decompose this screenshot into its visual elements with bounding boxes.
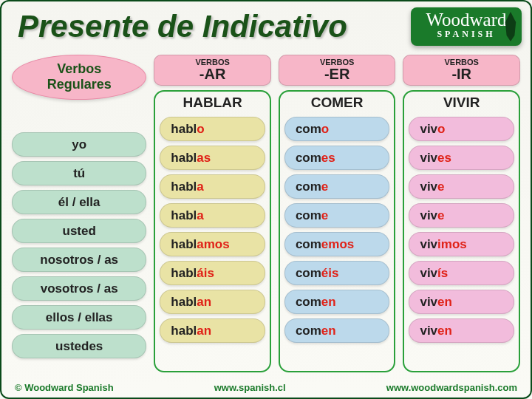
conjugation-cell: habláis [160, 261, 265, 285]
footer-url-2: www.woodwardspanish.com [386, 382, 517, 393]
conjugation-cell: habla [160, 203, 265, 228]
verb-box-ir: VIVIRvivovivesvivevivevivimosvivísvivenv… [403, 90, 520, 372]
conjugation-cell: hablamos [160, 232, 265, 256]
conjugation-cell: hablas [160, 146, 265, 170]
conjugation-cell: vivís [409, 261, 514, 285]
copyright-text: © Woodward Spanish [15, 382, 114, 393]
conjugation-cell: vivimos [409, 232, 514, 256]
verb-column-ar: VERBOS-ARHABLARhablohablashablahablahabl… [154, 55, 271, 372]
conjugation-cell: vive [409, 203, 514, 228]
verb-box-er: COMERcomocomescomecomecomemoscoméiscomen… [279, 90, 396, 372]
verb-type-header-ar: VERBOS-AR [154, 55, 271, 86]
conjugation-cell: hablo [160, 117, 265, 141]
logo-main-text: Woodward [411, 10, 522, 29]
verb-column-er: VERBOS-ERCOMERcomocomescomecomecomemosco… [279, 55, 396, 372]
conjugation-cell: vivo [409, 117, 514, 141]
badge-line2: Regulares [47, 77, 112, 92]
pronoun-pill: yo [12, 132, 146, 157]
regular-verbs-badge: Verbos Regulares [12, 55, 146, 100]
pronoun-list: yotúél / ellaustednosotros / asvosotros … [12, 132, 146, 372]
footer-url-1: www.spanish.cl [214, 382, 286, 393]
verb-box-ar: HABLARhablohablashablahablahablamoshablá… [154, 90, 271, 372]
logo-sub-text: SPANISH [411, 29, 522, 40]
conjugation-cell: vive [409, 174, 514, 199]
conjugation-cell: como [284, 117, 390, 141]
pronoun-column: Verbos Regulares yotúél / ellaustednosot… [12, 55, 146, 372]
pronoun-pill: vosotros / as [12, 276, 146, 301]
pronoun-pill: él / ella [12, 190, 146, 214]
conjugation-cell: comes [284, 146, 390, 170]
infinitive-ir: VIVIR [409, 95, 514, 111]
conjugation-cell: viven [409, 318, 514, 343]
conjugation-cell: coméis [284, 261, 390, 285]
verb-column-ir: VERBOS-IRVIVIRvivovivesvivevivevivimosvi… [403, 55, 520, 372]
verb-type-header-ir: VERBOS-IR [403, 55, 520, 86]
conjugation-cell: viven [409, 290, 514, 314]
page-title: Presente de Indicativo [18, 9, 347, 44]
footer: © Woodward Spanish www.spanish.cl www.wo… [15, 382, 517, 393]
conjugation-cell: comemos [284, 232, 390, 256]
infinitive-er: COMER [284, 95, 390, 111]
pronoun-pill: usted [12, 219, 146, 243]
brand-logo: Woodward SPANISH [411, 7, 522, 46]
verb-type-header-er: VERBOS-ER [279, 55, 396, 86]
conjugation-cell: hablan [160, 290, 265, 314]
conjugation-cell: vives [409, 146, 514, 170]
pronoun-pill: ustedes [12, 334, 146, 358]
badge-line1: Verbos [57, 61, 101, 76]
conjugation-cell: come [284, 203, 390, 228]
pronoun-pill: tú [12, 161, 146, 185]
conjugation-grid: Verbos Regulares yotúél / ellaustednosot… [12, 55, 520, 372]
conjugation-cell: comen [284, 318, 390, 343]
conjugation-cell: habla [160, 174, 265, 199]
pronoun-pill: nosotros / as [12, 248, 146, 272]
conjugation-cell: comen [284, 290, 390, 314]
conjugation-cell: come [284, 174, 390, 199]
conjugation-cell: hablan [160, 318, 265, 343]
infinitive-ar: HABLAR [160, 95, 265, 111]
pronoun-pill: ellos / ellas [12, 305, 146, 330]
